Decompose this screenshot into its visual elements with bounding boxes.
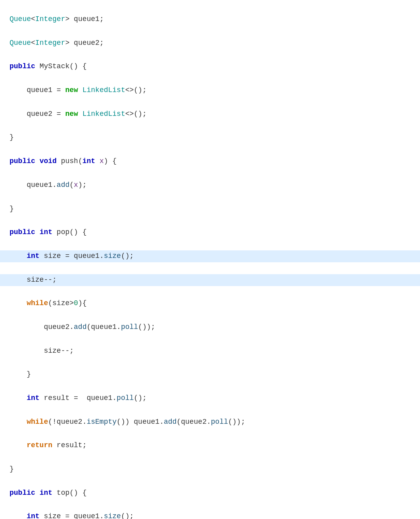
code-line-21: public int top() { bbox=[10, 487, 410, 499]
code-block: Queue<Integer> queue1; Queue<Integer> qu… bbox=[0, 6, 420, 519]
code-line-6: } bbox=[10, 132, 410, 144]
code-line-19: return result; bbox=[10, 440, 410, 452]
code-line-16: } bbox=[10, 369, 410, 381]
code-line-18: while(!queue2.isEmpty()) queue1.add(queu… bbox=[10, 416, 410, 428]
code-line-9: } bbox=[10, 203, 410, 215]
code-line-15: size--; bbox=[10, 345, 410, 357]
code-line-1: Queue<Integer> queue1; bbox=[10, 13, 410, 25]
code-line-22: int size = queue1.size(); bbox=[10, 511, 410, 519]
code-line-2: Queue<Integer> queue2; bbox=[10, 37, 410, 49]
code-line-14: queue2.add(queue1.poll()); bbox=[10, 321, 410, 333]
code-container: Queue<Integer> queue1; Queue<Integer> qu… bbox=[0, 0, 420, 519]
code-line-10: public int pop() { bbox=[10, 227, 410, 238]
code-line-20: } bbox=[10, 463, 410, 475]
code-line-13: while(size>0){ bbox=[10, 298, 410, 309]
code-line-17: int result = queue1.poll(); bbox=[10, 392, 410, 404]
code-line-11: int size = queue1.size(); bbox=[0, 250, 420, 262]
code-line-5: queue2 = new LinkedList<>(); bbox=[10, 108, 410, 120]
code-line-4: queue1 = new LinkedList<>(); bbox=[10, 85, 410, 96]
code-line-8: queue1.add(x); bbox=[10, 179, 410, 191]
code-line-3: public MyStack() { bbox=[10, 61, 410, 73]
code-line-7: public void push(int x) { bbox=[10, 156, 410, 167]
code-line-12: size--; bbox=[0, 274, 420, 286]
